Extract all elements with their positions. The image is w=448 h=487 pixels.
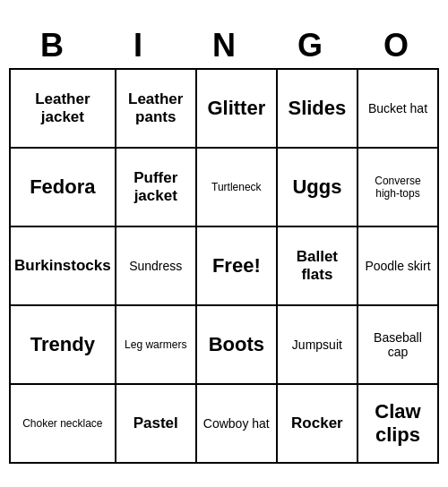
bingo-cell-r0-c0: Leather jacket — [11, 70, 116, 149]
bingo-cell-r3-c0: Trendy — [11, 306, 116, 385]
bingo-cell-r3-c4: Baseball cap — [358, 306, 439, 385]
bingo-cell-r1-c3: Uggs — [278, 149, 358, 227]
bingo-cell-r2-c4: Poodle skirt — [358, 227, 439, 306]
bingo-cell-r1-c4: Converse high-tops — [358, 149, 439, 227]
bingo-cell-r2-c3: Ballet flats — [278, 227, 358, 306]
bingo-cell-r2-c2: Free! — [197, 227, 278, 306]
bingo-cell-r0-c2: Glitter — [197, 70, 278, 149]
bingo-cell-r0-c1: Leather pants — [116, 70, 197, 149]
header-letter-n: N — [181, 23, 267, 68]
header-letter-o: O — [353, 23, 439, 68]
bingo-header: BINGO — [9, 23, 439, 68]
bingo-cell-r0-c4: Bucket hat — [358, 70, 439, 149]
header-letter-i: I — [95, 23, 181, 68]
bingo-cell-r4-c4: Claw clips — [358, 385, 439, 464]
bingo-cell-r2-c0: Burkinstocks — [11, 227, 116, 306]
bingo-grid: Leather jacketLeather pantsGlitterSlides… — [9, 68, 439, 464]
bingo-cell-r0-c3: Slides — [278, 70, 358, 149]
bingo-cell-r1-c1: Puffer jacket — [116, 149, 197, 227]
bingo-cell-r3-c2: Boots — [197, 306, 278, 385]
header-letter-b: B — [9, 23, 95, 68]
bingo-cell-r4-c3: Rocker — [278, 385, 358, 464]
bingo-cell-r1-c2: Turtleneck — [197, 149, 278, 227]
bingo-cell-r1-c0: Fedora — [11, 149, 116, 227]
header-letter-g: G — [267, 23, 353, 68]
bingo-cell-r4-c1: Pastel — [116, 385, 197, 464]
bingo-cell-r4-c0: Choker necklace — [11, 385, 116, 464]
bingo-card: BINGO Leather jacketLeather pantsGlitter… — [9, 23, 439, 464]
bingo-cell-r3-c3: Jumpsuit — [278, 306, 358, 385]
bingo-cell-r2-c1: Sundress — [116, 227, 197, 306]
bingo-cell-r4-c2: Cowboy hat — [197, 385, 278, 464]
bingo-cell-r3-c1: Leg warmers — [116, 306, 197, 385]
